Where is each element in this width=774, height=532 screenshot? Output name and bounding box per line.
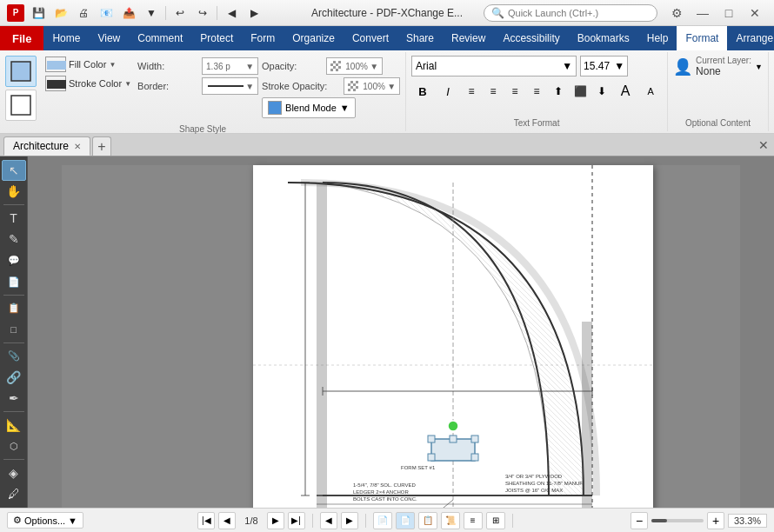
link-tool-button[interactable]: 🔗: [2, 367, 26, 388]
measure-tool-button[interactable]: 📐: [2, 415, 26, 436]
window-options-button[interactable]: ⚙: [664, 4, 689, 22]
first-page-button[interactable]: |◀: [197, 512, 215, 529]
shapes-tool-button[interactable]: □: [2, 319, 26, 340]
svg-rect-0: [11, 62, 30, 81]
two-page-scroll[interactable]: ⊞: [486, 512, 505, 529]
opacity-arrow: ▼: [370, 62, 378, 71]
text-tool-button[interactable]: T: [2, 208, 26, 229]
document-area[interactable]: 1-5/4", 7/8" SOL. CURVED LEDGER 2×4 ANCH…: [28, 156, 774, 508]
layer-dropdown-arrow[interactable]: ▼: [755, 63, 763, 71]
align-top-button[interactable]: ⬆: [549, 80, 568, 103]
align-middle-button[interactable]: ⬛: [570, 80, 590, 103]
fill-color-button[interactable]: Fill Color ▼: [43, 56, 134, 73]
border-input[interactable]: ▼: [202, 77, 258, 95]
shape-stroke-preview[interactable]: [5, 90, 37, 121]
bold-button[interactable]: B: [411, 80, 434, 103]
single-page-view-2[interactable]: 📄: [396, 512, 415, 529]
architecture-tab-close[interactable]: ✕: [74, 142, 81, 151]
scroll-view-2[interactable]: ≡: [464, 512, 483, 529]
menu-file[interactable]: File: [0, 26, 43, 50]
open-button[interactable]: 📂: [50, 3, 71, 23]
maximize-button[interactable]: □: [717, 4, 741, 22]
search-box[interactable]: 🔍: [484, 4, 657, 22]
blend-mode-button[interactable]: Blend Mode ▼: [262, 97, 356, 118]
zoom-in-button[interactable]: +: [707, 512, 724, 529]
font-select[interactable]: Arial ▼: [411, 56, 577, 76]
back-button[interactable]: ◀: [221, 3, 242, 23]
menu-protect[interactable]: Protect: [191, 26, 242, 50]
architecture-tab[interactable]: Architecture ✕: [3, 136, 90, 156]
align-bottom-button[interactable]: ⬇: [592, 80, 611, 103]
prev-page-button[interactable]: ◀: [218, 512, 236, 529]
menu-convert[interactable]: Convert: [344, 26, 397, 50]
redo-button[interactable]: ↪: [192, 3, 213, 23]
attach-tool-button[interactable]: 📎: [2, 346, 26, 367]
close-document-button[interactable]: ✕: [758, 138, 769, 152]
align-right-button[interactable]: ≡: [505, 80, 524, 103]
opacity-row: Opacity: 100% ▼: [262, 57, 400, 75]
scroll-view[interactable]: 📜: [441, 512, 460, 529]
close-button[interactable]: ✕: [743, 4, 767, 22]
width-input[interactable]: 1.36 p ▼: [202, 57, 258, 75]
next-page-button[interactable]: ▶: [267, 512, 284, 529]
menu-form[interactable]: Form: [242, 26, 284, 50]
qat-more[interactable]: ▼: [141, 3, 162, 23]
text-smaller-button[interactable]: A: [639, 80, 662, 103]
zoom-out-button[interactable]: −: [631, 512, 648, 529]
last-page-button[interactable]: ▶|: [288, 512, 305, 529]
menu-bookmarks[interactable]: Bookmarks: [569, 26, 638, 50]
send-button[interactable]: 📤: [118, 3, 139, 23]
menu-comment[interactable]: Comment: [129, 26, 191, 50]
eraser-tool-button[interactable]: ◈: [2, 462, 26, 483]
save-button[interactable]: 💾: [28, 3, 49, 23]
font-size-box[interactable]: 15.47 ▼: [580, 56, 628, 76]
svg-rect-16: [428, 436, 435, 442]
menu-format[interactable]: Format: [677, 26, 727, 50]
menu-home[interactable]: Home: [43, 26, 89, 50]
opacity-label: Opacity:: [262, 61, 323, 71]
stroke-color-button[interactable]: Stroke Color ▼: [43, 75, 134, 92]
sign-tool-button[interactable]: ✒: [2, 389, 26, 409]
menu-arrange[interactable]: Arrange: [727, 26, 774, 50]
select-tool-button[interactable]: ↖: [2, 160, 26, 181]
zoom-slider[interactable]: [651, 519, 704, 522]
print-button[interactable]: 🖨: [73, 3, 94, 23]
zoom-level[interactable]: 33.3%: [728, 514, 767, 528]
hand-tool-button[interactable]: ✋: [2, 182, 26, 203]
stamp-tool-button[interactable]: ⬡: [2, 436, 26, 457]
email-button[interactable]: 📧: [96, 3, 117, 23]
menu-review[interactable]: Review: [443, 26, 494, 50]
go-forward-button[interactable]: ▶: [341, 512, 358, 529]
two-page-view[interactable]: 📋: [418, 512, 437, 529]
pencil-tool-button[interactable]: 🖊: [2, 483, 26, 504]
go-back-button[interactable]: ◀: [320, 512, 337, 529]
shape-fill-preview[interactable]: [5, 56, 37, 87]
menu-help[interactable]: Help: [638, 26, 677, 50]
app-icon: P: [7, 4, 24, 22]
text-larger-button[interactable]: A: [614, 80, 637, 103]
align-left-button[interactable]: ≡: [462, 80, 481, 103]
stroke-opacity-input[interactable]: 100% ▼: [344, 77, 400, 95]
forward-button[interactable]: ▶: [244, 3, 264, 23]
minimize-button[interactable]: —: [691, 4, 715, 22]
add-tab-button[interactable]: +: [92, 136, 111, 156]
annotation-tool-button[interactable]: ✎: [2, 229, 26, 249]
undo-button[interactable]: ↩: [170, 3, 190, 23]
menu-accessibility[interactable]: Accessibility: [494, 26, 568, 50]
search-input[interactable]: [508, 8, 647, 18]
options-button[interactable]: ⚙ Options... ▼: [7, 512, 83, 529]
align-center-button[interactable]: ≡: [484, 80, 503, 103]
layer-tool-button[interactable]: 📋: [2, 298, 26, 319]
status-bar: ⚙ Options... ▼ |◀ ◀ 1/8 ▶ ▶| ◀ ▶ 📄 📄 📋 📜…: [0, 508, 774, 532]
opacity-input[interactable]: 100% ▼: [326, 57, 383, 75]
italic-button[interactable]: I: [437, 80, 459, 103]
menu-organize[interactable]: Organize: [284, 26, 344, 50]
single-page-view[interactable]: 📄: [373, 512, 392, 529]
ribbon: Fill Color ▼ Stroke Color ▼ Width: 1.36 …: [0, 50, 774, 134]
comment-tool-button[interactable]: 💬: [2, 250, 26, 271]
menu-view[interactable]: View: [89, 26, 129, 50]
menu-share[interactable]: Share: [397, 26, 443, 50]
document-tool-button[interactable]: 📄: [2, 271, 26, 292]
text-format-content: Arial ▼ 15.47 ▼ B I ≡ ≡ ≡ ≡ ⬆ ⬛ ⬇ A A: [411, 54, 662, 116]
align-justify-button[interactable]: ≡: [527, 80, 546, 103]
